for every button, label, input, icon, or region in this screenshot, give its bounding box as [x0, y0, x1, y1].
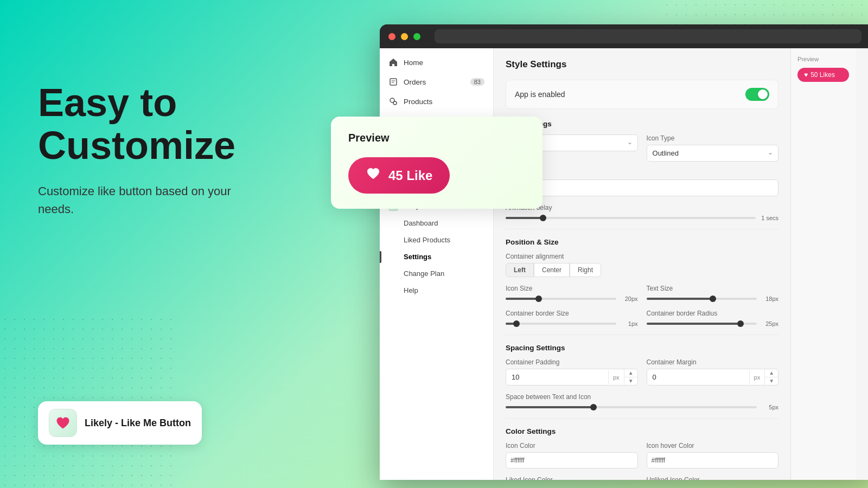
sub-change-plan-label: Change Plan	[404, 269, 444, 278]
preview-like-label: Like	[406, 168, 432, 183]
like-button-preview[interactable]: 45 Like	[348, 157, 450, 194]
home-icon	[388, 57, 398, 67]
icon-color-input-wrap	[506, 452, 638, 468]
svg-rect-0	[390, 79, 397, 85]
color-row-2: Liked Icon Color Unliked Icon Color	[506, 476, 778, 480]
sidebar-sub-liked-products[interactable]: Liked Products	[404, 232, 493, 248]
sidebar-sub-settings[interactable]: Settings	[404, 248, 493, 265]
settings-scroll: Style Settings App is enabled Icon Setti…	[494, 48, 790, 480]
icon-hover-color-input[interactable]	[652, 453, 774, 468]
preview-like-count: 45	[388, 168, 403, 183]
sidebar-sub-dashboard[interactable]: Dashboard	[404, 215, 493, 232]
icon-size-label: Icon Size	[506, 285, 638, 292]
container-padding-up[interactable]: ▲	[624, 369, 637, 377]
icon-hover-color-input-wrap	[647, 452, 779, 468]
right-preview-heart: ♥	[804, 71, 808, 79]
align-center-btn[interactable]: Center	[534, 263, 570, 277]
right-preview-count: 50 Likes	[810, 71, 835, 79]
traffic-light-yellow[interactable]	[401, 33, 408, 40]
container-margin-group: Container Margin px ▲ ▼	[647, 358, 779, 386]
color-row-1: Icon Color Icon hover Color	[506, 442, 778, 468]
color-settings-heading: Color Settings	[506, 427, 778, 435]
browser-content: Home Orders 83 Products	[380, 48, 868, 480]
align-right-btn[interactable]: Right	[570, 263, 601, 277]
container-border-size-label: Container border Size	[506, 310, 638, 317]
sidebar-sub-change-plan[interactable]: Change Plan	[404, 265, 493, 282]
app-enabled-toggle[interactable]	[745, 88, 769, 101]
icon-type-select-wrap: Outlined	[647, 145, 779, 162]
space-between-slider-row: 5px	[506, 404, 778, 410]
animation-delay-value: 1 secs	[761, 215, 778, 221]
animation-delay-slider[interactable]	[506, 217, 756, 219]
icon-color-group: Icon Color	[506, 442, 638, 468]
icon-hover-color-label: Icon hover Color	[647, 442, 779, 450]
icon-hover-color-group: Icon hover Color	[647, 442, 779, 468]
preview-heart-icon	[366, 166, 381, 185]
spacing-inputs-row: Container Padding px ▲ ▼ Container Mar	[506, 358, 778, 386]
app-badge[interactable]: Likely - Like Me Button	[38, 401, 202, 445]
position-size-heading: Position & Size	[506, 238, 778, 246]
heart-icon	[55, 415, 71, 431]
container-padding-input[interactable]	[506, 369, 608, 385]
container-margin-down[interactable]: ▼	[765, 377, 778, 385]
preview-card: Preview 45 Like	[331, 117, 542, 209]
container-padding-label: Container Padding	[506, 358, 638, 366]
container-border-size-group: Container border Size 1px	[506, 310, 638, 327]
container-border-radius-slider[interactable]	[647, 323, 757, 325]
subtext-line2: needs.	[38, 202, 74, 216]
like-label-input[interactable]	[506, 179, 778, 196]
container-border-size-slider[interactable]	[506, 323, 616, 325]
container-alignment-group: Container alignment Left Center Right	[506, 253, 778, 277]
liked-icon-color-label: Liked Icon Color	[506, 476, 638, 480]
svg-point-2	[393, 101, 397, 105]
space-between-slider[interactable]	[506, 406, 757, 408]
container-border-radius-value: 25px	[762, 320, 778, 327]
container-margin-up[interactable]: ▲	[765, 369, 778, 377]
traffic-light-green[interactable]	[413, 33, 420, 40]
like-label-group: Like label	[506, 169, 778, 196]
text-size-slider[interactable]	[647, 298, 757, 300]
align-left-btn[interactable]: Left	[506, 263, 534, 277]
heading-line2: Customize	[38, 124, 235, 167]
alignment-buttons: Left Center Right	[506, 263, 778, 277]
traffic-light-red[interactable]	[388, 33, 395, 40]
sidebar-sub-help[interactable]: Help	[404, 282, 493, 299]
sidebar-item-home[interactable]: Home	[380, 53, 493, 72]
url-bar[interactable]	[435, 29, 861, 43]
sub-help-label: Help	[404, 286, 418, 294]
sidebar-item-products[interactable]: Products	[380, 92, 493, 111]
spacing-settings-heading: Spacing Settings	[506, 344, 778, 352]
subtext-line1: Customize like button based on your	[38, 184, 231, 198]
sidebar: Home Orders 83 Products	[380, 48, 494, 480]
space-between-group: Space between Text and Icon 5px	[506, 393, 778, 410]
container-padding-spinners: ▲ ▼	[624, 369, 637, 385]
icon-size-value: 20px	[622, 296, 638, 302]
sidebar-item-orders[interactable]: Orders 83	[380, 72, 493, 92]
icon-size-slider[interactable]	[506, 298, 616, 300]
container-margin-input[interactable]	[647, 369, 749, 385]
icon-color-input[interactable]	[510, 453, 633, 468]
orders-badge: 83	[470, 78, 484, 86]
app-enabled-row: App is enabled	[506, 80, 778, 109]
main-with-right: Style Settings App is enabled Icon Setti…	[494, 48, 856, 480]
unliked-icon-color-group: Unliked Icon Color	[647, 476, 779, 480]
browser-titlebar	[380, 24, 868, 48]
orders-icon	[388, 77, 398, 87]
container-padding-down[interactable]: ▼	[624, 377, 637, 385]
app-badge-icon	[49, 409, 77, 437]
icon-type-select[interactable]: Outlined	[647, 145, 779, 162]
app-badge-name: Likely - Like Me Button	[85, 418, 191, 429]
right-preview-badge: ♥ 50 Likes	[797, 68, 849, 82]
browser-window: Home Orders 83 Products	[380, 24, 868, 480]
container-margin-suffix: px	[749, 370, 765, 384]
sidebar-sub-menu: Dashboard Liked Products Settings Change…	[380, 215, 493, 299]
settings-title: Style Settings	[506, 59, 778, 70]
text-size-label: Text Size	[647, 285, 779, 292]
container-padding-suffix: px	[608, 370, 624, 384]
right-preview-label: Preview	[797, 56, 849, 62]
divider-3	[506, 418, 778, 419]
text-size-group: Text Size 18px	[647, 285, 779, 302]
container-border-radius-group: Container border Radius 25px	[647, 310, 779, 327]
divider-2	[506, 335, 778, 335]
sub-settings-label: Settings	[404, 253, 431, 261]
